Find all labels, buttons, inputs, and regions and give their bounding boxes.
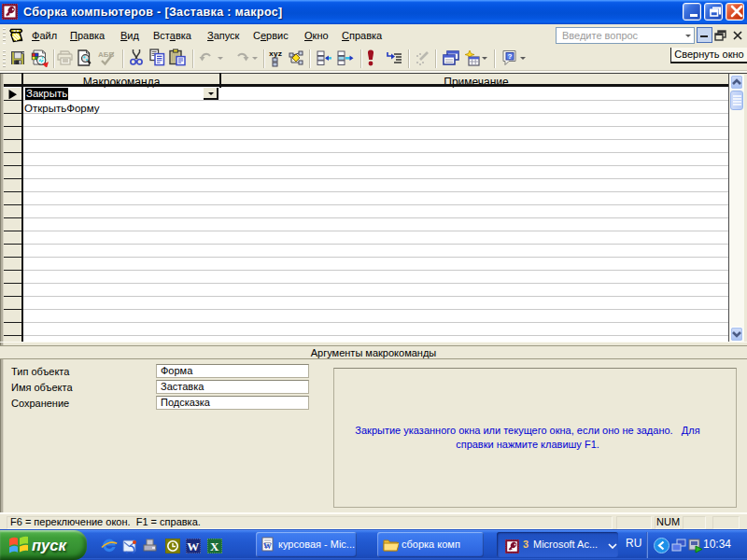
svg-text:W: W [187,539,199,553]
svg-text:X: X [210,539,219,553]
svg-text:xyz: xyz [269,49,283,58]
svg-text:?: ? [508,52,513,61]
svg-text:W: W [263,541,272,551]
